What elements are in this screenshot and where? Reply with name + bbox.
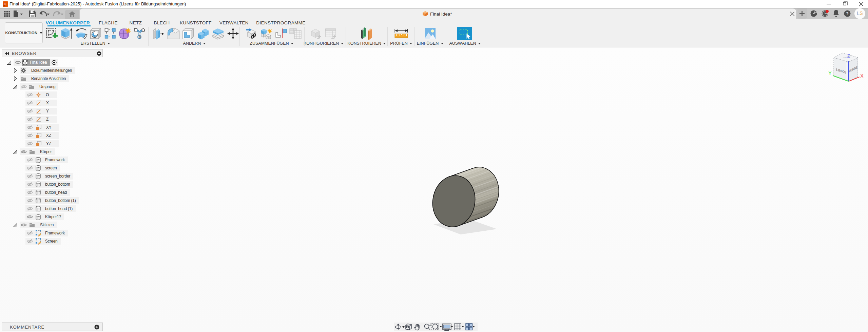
svg-text:Y: Y: [828, 70, 832, 76]
svg-text:F: F: [4, 2, 6, 6]
svg-text:?: ?: [846, 11, 849, 16]
svg-text:Z: Z: [847, 53, 850, 59]
svg-text:X: X: [860, 73, 864, 79]
